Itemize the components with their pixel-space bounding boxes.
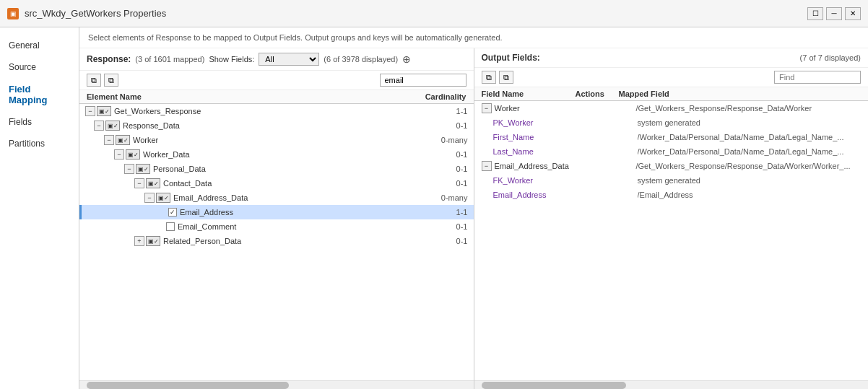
- field-mapped-first-name: /Worker_Data/Personal_Data/Name_Data/Leg…: [638, 133, 862, 141]
- expand-icon[interactable]: −: [124, 164, 134, 174]
- group-name: Email_Address_Data: [495, 162, 593, 170]
- left-toolbar: ⧉ ⧉: [79, 71, 474, 90]
- field-name-fk-worker[interactable]: FK_Worker: [493, 176, 594, 185]
- tree-area[interactable]: − ▣✓ Get_Workers_Response 1-1 − ▣✓ Respo…: [79, 104, 474, 380]
- output-group-email-address-data[interactable]: − Email_Address_Data /Get_Workers_Respon…: [474, 159, 869, 173]
- title-bar: ▣ src_Wkdy_GetWorkers Properties ☐ ─ ✕: [0, 0, 868, 27]
- node-label: Contact_Data: [163, 179, 417, 188]
- sidebar-item-fields[interactable]: Fields: [0, 111, 79, 133]
- sidebar-item-partitions[interactable]: Partitions: [0, 133, 79, 154]
- output-row-fk-worker[interactable]: FK_Worker system generated: [474, 173, 869, 188]
- output-row-first-name[interactable]: First_Name /Worker_Data/Personal_Data/Na…: [474, 130, 869, 144]
- field-mapped-last-name: /Worker_Data/Personal_Data/Name_Data/Leg…: [638, 147, 862, 156]
- right-scrollbar[interactable]: [474, 380, 869, 389]
- node-icon: ▣✓: [146, 236, 160, 246]
- sidebar-item-source[interactable]: Source: [0, 56, 79, 78]
- group-mapped: /Get_Workers_Response/Response_Data/Work…: [636, 162, 862, 170]
- cardinality: 0-1: [417, 222, 468, 231]
- output-count: (7 of 7 displayed): [800, 53, 861, 62]
- cardinality: 0-1: [417, 237, 468, 245]
- expand-icon[interactable]: −: [114, 149, 124, 159]
- tree-row-related-person-data[interactable]: + ▣✓ Related_Person_Data 0-1: [79, 234, 474, 248]
- left-col-headers: Element Name Cardinality: [79, 90, 474, 104]
- field-mapped-fk-worker: system generated: [638, 176, 862, 185]
- download-icon[interactable]: ⊕: [402, 53, 411, 65]
- expand-icon[interactable]: −: [94, 121, 104, 131]
- tree-row-personal-data[interactable]: − ▣✓ Personal_Data 0-1: [79, 162, 474, 176]
- cardinality: 0-1: [417, 121, 468, 130]
- copy-button-2[interactable]: ⧉: [104, 74, 118, 87]
- response-label: Response:: [87, 54, 131, 64]
- cardinality: 0-1: [417, 179, 468, 188]
- expand-icon[interactable]: −: [144, 193, 155, 203]
- cardinality: 1-1: [417, 107, 468, 115]
- right-col-headers: Field Name Actions Mapped Field: [474, 87, 869, 101]
- output-group-worker[interactable]: − Worker /Get_Workers_Response/Response_…: [474, 101, 869, 115]
- minimize-button[interactable]: ─: [826, 7, 842, 20]
- output-row-pk-worker[interactable]: PK_Worker system generated: [474, 115, 869, 130]
- sidebar-item-field-mapping[interactable]: Field Mapping: [0, 78, 79, 111]
- node-icon: ▣✓: [156, 193, 170, 203]
- field-name-pk-worker[interactable]: PK_Worker: [493, 118, 594, 127]
- copy-button-3[interactable]: ⧉: [482, 71, 496, 84]
- expand-icon[interactable]: +: [134, 236, 144, 246]
- tree-row-get-workers-response[interactable]: − ▣✓ Get_Workers_Response 1-1: [79, 104, 474, 118]
- search-input[interactable]: [380, 74, 466, 87]
- expand-icon[interactable]: −: [134, 178, 144, 188]
- app-icon: ▣: [7, 8, 19, 19]
- cardinality: 0-many: [417, 193, 468, 202]
- right-panel-header: Output Fields: (7 of 7 displayed): [474, 48, 869, 68]
- cardinality: 0-many: [417, 136, 468, 144]
- node-label: Worker: [133, 136, 417, 144]
- field-name-first-name[interactable]: First_Name: [493, 133, 594, 141]
- node-icon: ▣✓: [136, 164, 150, 174]
- copy-button-4[interactable]: ⧉: [499, 71, 513, 84]
- col-field-name-header: Field Name: [482, 89, 576, 98]
- col-element-name-header: Element Name: [87, 92, 416, 101]
- node-label: Worker_Data: [143, 150, 417, 159]
- node-icon: ▣✓: [146, 178, 160, 188]
- window-title: src_Wkdy_GetWorkers Properties: [25, 8, 166, 19]
- tree-row-response-data[interactable]: − ▣✓ Response_Data 0-1: [79, 118, 474, 133]
- tree-row-worker[interactable]: − ▣✓ Worker 0-many: [79, 133, 474, 147]
- checkbox-email-comment[interactable]: [166, 222, 175, 231]
- field-name-email-address-field[interactable]: Email_Address: [493, 191, 594, 199]
- checkbox-email-address[interactable]: [168, 208, 177, 217]
- info-text: Select elements of Response to be mapped…: [88, 33, 503, 42]
- restore-button[interactable]: ☐: [807, 7, 823, 20]
- field-mapped-pk-worker: system generated: [638, 118, 862, 127]
- output-tree-area[interactable]: − Worker /Get_Workers_Response/Response_…: [474, 101, 869, 380]
- info-bar: Select elements of Response to be mapped…: [79, 27, 868, 48]
- close-button[interactable]: ✕: [845, 7, 861, 20]
- group-expand-icon[interactable]: −: [482, 103, 492, 113]
- node-label: Related_Person_Data: [163, 237, 417, 245]
- col-cardinality-header: Cardinality: [416, 92, 466, 101]
- node-label: Response_Data: [123, 121, 417, 130]
- cardinality: 0-1: [417, 150, 468, 159]
- show-fields-select[interactable]: All Mapped Unmapped: [259, 53, 319, 66]
- copy-button-1[interactable]: ⧉: [87, 74, 101, 87]
- node-label: Email_Address: [180, 208, 417, 217]
- field-name-last-name[interactable]: Last_Name: [493, 147, 594, 156]
- node-label: Email_Address_Data: [173, 193, 417, 202]
- sidebar-item-general[interactable]: General: [0, 35, 79, 56]
- expand-icon[interactable]: −: [85, 106, 95, 116]
- group-name: Worker: [495, 104, 593, 113]
- cardinality: 1-1: [417, 208, 468, 217]
- sidebar: General Source Field Mapping Fields Part…: [0, 27, 79, 389]
- output-label: Output Fields:: [482, 53, 540, 63]
- tree-row-contact-data[interactable]: − ▣✓ Contact_Data 0-1: [79, 176, 474, 191]
- expand-icon[interactable]: −: [104, 135, 114, 145]
- right-scroll-thumb[interactable]: [482, 382, 626, 389]
- tree-row-email-comment[interactable]: Email_Comment 0-1: [79, 219, 474, 234]
- tree-row-email-address[interactable]: Email_Address 1-1: [79, 205, 474, 219]
- left-scrollbar[interactable]: [79, 380, 474, 389]
- tree-row-email-address-data[interactable]: − ▣✓ Email_Address_Data 0-many: [79, 191, 474, 205]
- left-scroll-thumb[interactable]: [87, 382, 289, 389]
- output-row-last-name[interactable]: Last_Name /Worker_Data/Personal_Data/Nam…: [474, 144, 869, 159]
- output-row-email-address-field[interactable]: Email_Address /Email_Address: [474, 188, 869, 202]
- node-icon: ▣✓: [126, 149, 140, 159]
- find-input[interactable]: [774, 71, 861, 84]
- group-expand-icon[interactable]: −: [482, 161, 492, 171]
- tree-row-worker-data[interactable]: − ▣✓ Worker_Data 0-1: [79, 147, 474, 162]
